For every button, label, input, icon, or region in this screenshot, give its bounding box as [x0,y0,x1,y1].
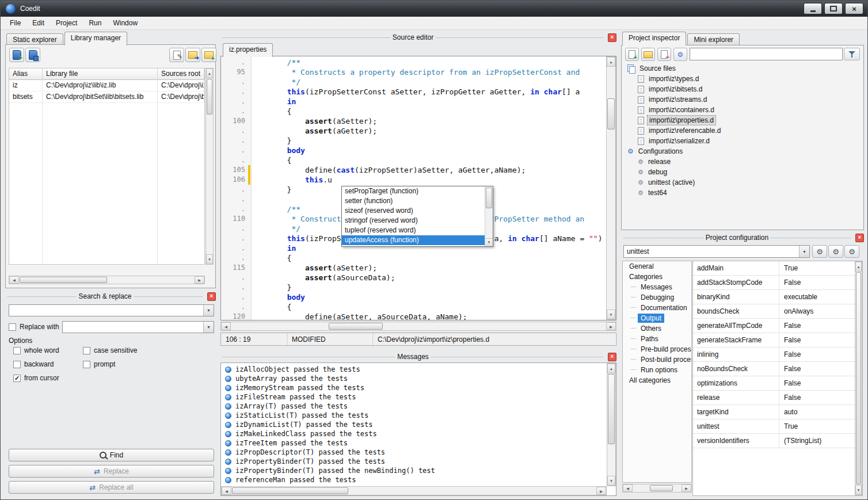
config-settings-button-1[interactable]: ⚙ [812,245,827,258]
category-output[interactable]: Output [623,313,691,323]
add-source-button[interactable]: + [625,48,639,61]
category-run-options[interactable]: Run options [623,365,691,375]
message-row[interactable]: izMakeLinkedClass passed the tests [221,429,606,438]
editor-vertical-scrollbar[interactable]: ▲ ▼ [606,56,616,320]
scroll-up-icon[interactable]: ▲ [206,68,213,78]
category-horizontal-scrollbar[interactable]: ◀ ▶ [622,484,692,493]
property-row-inlining[interactable]: inliningFalse [693,348,855,362]
checkbox-whole-word[interactable]: whole word [13,346,59,354]
message-row[interactable]: izPropertyBinder(T) passed the tests [221,457,606,466]
completion-item[interactable]: setPropTarget (function) [342,186,485,196]
splitter-dots[interactable] [436,37,603,38]
checkbox-from-cursor[interactable]: ✓from cursor [13,374,59,382]
close-panel-icon[interactable]: × [608,33,616,42]
category-messages[interactable]: Messages [623,282,691,292]
tab-static-explorer[interactable]: Static explorer [6,33,63,45]
tree-item-configurations[interactable]: ⚙Configurations [624,146,861,157]
completion-item[interactable]: updateAccess (function) [342,235,485,245]
message-row[interactable]: izTreeItem passed the tests [221,438,606,448]
library-horizontal-scrollbar[interactable]: ◀ ▶ [9,276,205,284]
property-row-addstackstompcode[interactable]: addStackStompCodeFalse [693,276,855,290]
splitter-dots[interactable] [771,238,851,238]
property-row-targetkind[interactable]: targetKindauto [693,405,855,419]
close-panel-icon[interactable]: × [608,353,616,361]
scroll-down-icon[interactable]: ▼ [855,485,862,495]
checkbox-case-sensitive[interactable]: case sensitive [83,346,137,354]
close-panel-icon[interactable]: × [207,292,216,301]
column-header-library-file[interactable]: Library file [43,68,158,79]
menu-item-window[interactable]: Window [107,17,143,29]
tree-item-release[interactable]: ⚙release [624,157,861,167]
tree-item-import-iz-referencable-d[interactable]: import\iz\referencable.d [624,125,861,136]
source-editor[interactable]: . /**95 * Constructs a property descript… [220,56,616,320]
scroll-up-icon[interactable]: ▲ [607,364,615,373]
tab-iz-properties[interactable]: iz.properties [223,43,273,57]
replace-with-checkbox[interactable]: Replace with [9,323,59,331]
code-line[interactable]: . } [221,136,606,146]
add-folder-button[interactable]: + [201,48,216,62]
code-line[interactable]: . assert(aSourceData); [221,273,606,283]
scroll-right-icon[interactable]: ▶ [606,322,616,330]
scroll-right-icon[interactable]: ▶ [195,276,204,284]
tree-item-unittest-active-[interactable]: ⚙unittest (active) [624,177,861,188]
tree-item-import-iz-properties-d[interactable]: import\iz\properties.d [624,115,861,125]
code-line[interactable]: . /** [221,58,606,67]
splitter-dots[interactable] [223,37,390,38]
code-line[interactable]: . body [221,146,606,155]
tree-item-import-iz-containers-d[interactable]: import\iz\containers.d [624,105,861,115]
filter-button[interactable] [844,48,860,60]
scroll-left-icon[interactable]: ◀ [9,276,19,284]
scroll-left-icon[interactable]: ◀ [623,484,633,492]
menu-item-file[interactable]: File [4,17,26,29]
open-folder-button[interactable]: ➜ [185,48,200,62]
scroll-left-icon[interactable]: ◀ [222,487,231,495]
category-documentation[interactable]: Documentation [623,303,691,313]
tree-item-debug[interactable]: ⚙debug [624,167,861,177]
tree-item-import-iz-streams-d[interactable]: import\iz\streams.d [624,94,861,105]
completion-item[interactable]: sizeof (reserved word) [342,206,485,216]
message-row[interactable]: izStaticList(T) passed the tests [221,411,606,420]
chevron-down-icon[interactable]: ▼ [203,322,214,333]
search-term-combo[interactable]: ▼ [9,304,214,316]
code-line[interactable]: 100 assert(aSetter); [221,116,606,126]
category-debugging[interactable]: Debugging [623,292,691,303]
property-row-binarykind[interactable]: binaryKindexecutable [693,290,855,304]
splitter-dots[interactable] [223,357,395,357]
menu-item-run[interactable]: Run [83,17,107,29]
remove-source-button[interactable]: − [657,48,671,61]
open-source-button[interactable] [641,48,655,61]
property-row-unittest[interactable]: unittestTrue [693,419,855,434]
minimize-button[interactable] [804,3,822,14]
checkbox-prompt[interactable]: prompt [83,360,115,368]
table-row[interactable]: bitsetsC:\Dev\dproj\bitSet\lib\bitsets.l… [9,91,204,103]
replace-term-combo[interactable]: ▼ [62,321,214,333]
message-row[interactable]: izPropertyBinder(T) passed the newBindin… [221,466,606,475]
library-table-header[interactable]: AliasLibrary fileSources root [9,68,204,80]
property-row-addmain[interactable]: addMainTrue [693,261,855,276]
code-line[interactable]: 106 this.u [221,175,606,185]
message-row[interactable]: ubyteArray passed the tests [221,374,606,383]
code-line[interactable]: . this(izPropSetterConst aSetter, izProp… [221,87,606,97]
column-header-alias[interactable]: Alias [9,68,43,79]
code-line[interactable]: . } [221,283,606,292]
completion-item[interactable]: stringof (reserved word) [342,216,485,226]
save-library-button[interactable] [25,48,40,62]
library-vertical-scrollbar[interactable]: ▲ ▼ [205,68,214,265]
property-row-noboundscheck[interactable]: noBoundsCheckFalse [693,362,855,376]
property-row-release[interactable]: releaseFalse [693,391,855,405]
category-pre-build-process[interactable]: Pre-build process [623,344,691,354]
tree-item-import-iz-types-d[interactable]: import\iz\types.d [624,74,861,84]
scroll-left-icon[interactable]: ◀ [221,322,231,330]
property-row-generatestackframe[interactable]: generateStackFrameFalse [693,333,855,348]
scroll-down-icon[interactable]: ▼ [607,476,615,486]
code-line[interactable]: . */ [221,77,606,87]
replace-button[interactable]: ⇄ Replace [9,465,214,478]
scroll-up-icon[interactable]: ▲ [855,262,862,272]
maximize-button[interactable] [824,3,843,14]
splitter-dots[interactable] [623,238,703,238]
category-paths[interactable]: Paths [623,334,691,344]
messages-horizontal-scrollbar[interactable]: ◀ ▶ [221,486,607,495]
menu-item-edit[interactable]: Edit [26,17,50,29]
message-row[interactable]: izMemoryStream passed the tests [221,383,606,392]
code-line[interactable]: . assert(aGetter); [221,126,606,136]
